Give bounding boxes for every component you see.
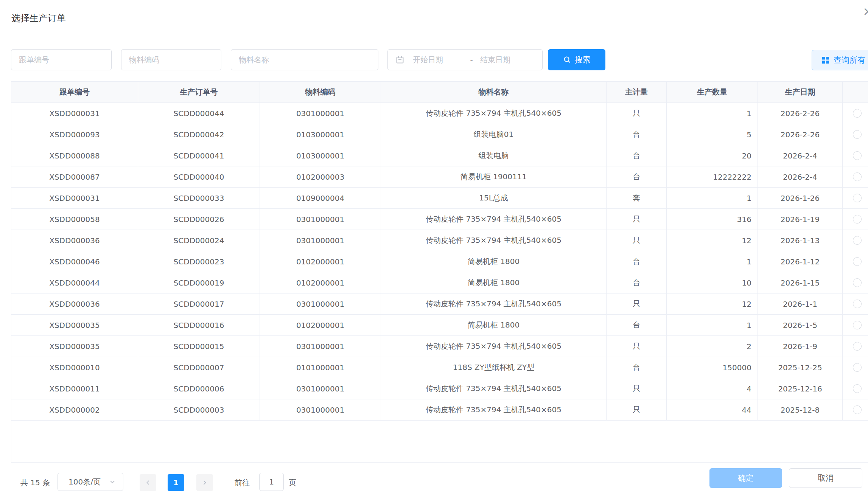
cell-order-no: XSDD000031 bbox=[11, 188, 138, 208]
table-row[interactable]: XSDD000036 SCDD000017 0301000001 传动皮轮件 7… bbox=[11, 293, 868, 315]
cell-unit: 只 bbox=[607, 399, 667, 420]
row-radio[interactable] bbox=[853, 321, 862, 329]
table-row[interactable]: XSDD000002 SCDD000003 0301000001 传动皮轮件 7… bbox=[11, 399, 868, 421]
query-all-button[interactable]: 查询所有 bbox=[812, 50, 868, 70]
cell-prod-no: SCDD000003 bbox=[138, 399, 260, 420]
close-icon[interactable]: × bbox=[863, 5, 868, 17]
date-range-picker[interactable]: 开始日期 - 结束日期 bbox=[387, 49, 543, 70]
cell-date: 2026-1-5 bbox=[758, 315, 843, 335]
cell-order-no: XSDD000011 bbox=[11, 378, 138, 399]
cell-material-code: 0101000001 bbox=[260, 357, 381, 378]
table-row[interactable]: XSDD000035 SCDD000015 0301000001 传动皮轮件 7… bbox=[11, 336, 868, 357]
cell-material-name: 简易机柜 1900111 bbox=[381, 166, 607, 187]
cell-material-code: 0103000001 bbox=[260, 145, 381, 166]
table-row[interactable]: XSDD000011 SCDD000006 0301000001 传动皮轮件 7… bbox=[11, 378, 868, 399]
cell-date: 2026-1-12 bbox=[758, 251, 843, 272]
row-radio[interactable] bbox=[853, 363, 862, 372]
column-header-order-no: 跟单编号 bbox=[11, 82, 138, 102]
cell-order-no: XSDD000031 bbox=[11, 103, 138, 124]
table-row[interactable]: XSDD000088 SCDD000041 0103000001 组装电脑 台 … bbox=[11, 145, 868, 166]
cell-date: 2025-12-25 bbox=[758, 357, 843, 378]
row-radio[interactable] bbox=[853, 278, 862, 287]
cell-unit: 台 bbox=[607, 166, 667, 187]
cell-material-code: 0103000001 bbox=[260, 124, 381, 145]
cell-material-name: 118S ZY型纸杯机 ZY型 bbox=[381, 357, 607, 378]
table-row[interactable]: XSDD000036 SCDD000024 0301000001 传动皮轮件 7… bbox=[11, 230, 868, 251]
cell-prod-no: SCDD000015 bbox=[138, 336, 260, 357]
table-row[interactable]: XSDD000058 SCDD000026 0301000001 传动皮轮件 7… bbox=[11, 209, 868, 230]
confirm-button[interactable]: 确定 bbox=[709, 468, 782, 488]
cell-prod-no: SCDD000041 bbox=[138, 145, 260, 166]
row-radio[interactable] bbox=[853, 257, 862, 266]
cell-material-name: 15L总成 bbox=[381, 188, 607, 208]
date-separator: - bbox=[463, 55, 480, 64]
page-unit-label: 页 bbox=[289, 474, 296, 492]
cancel-button[interactable]: 取消 bbox=[789, 468, 862, 488]
cell-qty: 4 bbox=[667, 378, 758, 399]
cell-prod-no: SCDD000019 bbox=[138, 272, 260, 293]
cell-qty: 1 bbox=[667, 103, 758, 124]
cell-material-name: 传动皮轮件 735×794 主机孔540×605 bbox=[381, 336, 607, 357]
cell-order-no: XSDD000093 bbox=[11, 124, 138, 145]
row-radio[interactable] bbox=[853, 130, 862, 139]
cell-prod-no: SCDD000033 bbox=[138, 188, 260, 208]
column-header-qty: 生产数量 bbox=[667, 82, 758, 102]
cell-qty: 1 bbox=[667, 188, 758, 208]
row-radio[interactable] bbox=[853, 405, 862, 414]
order-no-input[interactable] bbox=[11, 49, 112, 70]
cell-date: 2026-2-4 bbox=[758, 145, 843, 166]
date-start-placeholder: 开始日期 bbox=[413, 55, 463, 65]
cell-date: 2025-12-16 bbox=[758, 378, 843, 399]
row-radio[interactable] bbox=[853, 194, 862, 202]
table-row[interactable]: XSDD000093 SCDD000042 0103000001 组装电脑01 … bbox=[11, 124, 868, 145]
table-row[interactable]: XSDD000044 SCDD000019 0102000001 简易机柜 18… bbox=[11, 272, 868, 293]
current-page-button[interactable]: 1 bbox=[168, 474, 184, 491]
cell-unit: 台 bbox=[607, 251, 667, 272]
cell-material-code: 0102000001 bbox=[260, 315, 381, 335]
cell-material-code: 0102000001 bbox=[260, 272, 381, 293]
row-radio[interactable] bbox=[853, 151, 862, 160]
table-row[interactable]: XSDD000046 SCDD000023 0102000001 简易机柜 18… bbox=[11, 251, 868, 272]
row-radio[interactable] bbox=[853, 236, 862, 245]
cell-date: 2026-1-13 bbox=[758, 230, 843, 251]
cell-order-no: XSDD000087 bbox=[11, 166, 138, 187]
cell-unit: 台 bbox=[607, 357, 667, 378]
table-row[interactable]: XSDD000087 SCDD000040 0102000003 简易机柜 19… bbox=[11, 166, 868, 188]
table-row[interactable]: XSDD000010 SCDD000007 0101000001 118S ZY… bbox=[11, 357, 868, 378]
row-radio[interactable] bbox=[853, 172, 862, 181]
row-radio[interactable] bbox=[853, 384, 862, 393]
pagination-total: 共 15 条 bbox=[20, 474, 50, 492]
cell-material-name: 传动皮轮件 735×794 主机孔540×605 bbox=[381, 399, 607, 420]
table-row[interactable]: XSDD000031 SCDD000033 0109000004 15L总成 套… bbox=[11, 188, 868, 209]
cell-unit: 台 bbox=[607, 315, 667, 335]
row-radio[interactable] bbox=[853, 109, 862, 118]
search-button[interactable]: 搜索 bbox=[548, 49, 605, 70]
page-size-select[interactable]: 100条/页 bbox=[58, 473, 123, 491]
table-row[interactable]: XSDD000035 SCDD000016 0102000001 简易机柜 18… bbox=[11, 315, 868, 336]
cell-qty: 1 bbox=[667, 315, 758, 335]
table-row[interactable]: XSDD000031 SCDD000044 0301000001 传动皮轮件 7… bbox=[11, 103, 868, 124]
material-name-input[interactable] bbox=[231, 49, 378, 70]
cell-date: 2026-1-15 bbox=[758, 272, 843, 293]
material-code-input[interactable] bbox=[121, 49, 221, 70]
cell-material-name: 简易机柜 1800 bbox=[381, 315, 607, 335]
prev-page-button[interactable] bbox=[140, 474, 156, 491]
cell-material-code: 0102000001 bbox=[260, 251, 381, 272]
cell-date: 2026-2-4 bbox=[758, 166, 843, 187]
column-header-unit: 主计量 bbox=[607, 82, 667, 102]
cell-material-name: 传动皮轮件 735×794 主机孔540×605 bbox=[381, 378, 607, 399]
table-body: XSDD000031 SCDD000044 0301000001 传动皮轮件 7… bbox=[11, 103, 868, 421]
goto-page-input[interactable] bbox=[259, 473, 284, 491]
cell-material-code: 0301000001 bbox=[260, 293, 381, 314]
cell-material-name: 传动皮轮件 735×794 主机孔540×605 bbox=[381, 293, 607, 314]
search-icon bbox=[563, 56, 571, 64]
row-radio[interactable] bbox=[853, 215, 862, 224]
row-radio[interactable] bbox=[853, 300, 862, 308]
grid-icon bbox=[822, 57, 829, 64]
row-radio[interactable] bbox=[853, 342, 862, 351]
cell-material-name: 简易机柜 1800 bbox=[381, 251, 607, 272]
page-size-value: 100条/页 bbox=[68, 477, 101, 487]
next-page-button[interactable] bbox=[196, 474, 213, 491]
column-header-prod-no: 生产订单号 bbox=[138, 82, 260, 102]
column-header-select bbox=[843, 82, 868, 102]
